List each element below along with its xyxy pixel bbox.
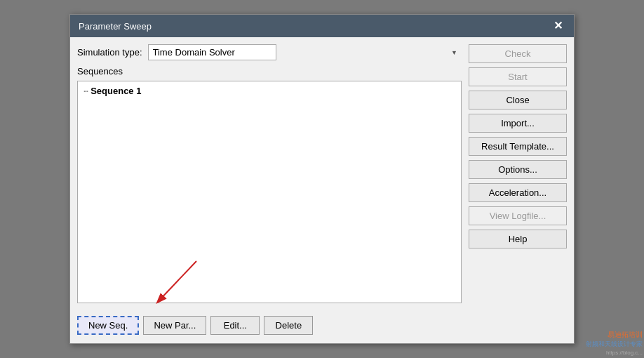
result-template-button[interactable]: Result Template... bbox=[469, 137, 567, 156]
left-panel: Simulation type: Time Domain Solver Freq… bbox=[77, 44, 462, 336]
view-logfile-button[interactable]: View Logfile... bbox=[469, 206, 567, 225]
sim-type-select-wrapper: Time Domain Solver Frequency Domain Solv… bbox=[148, 44, 462, 60]
import-button[interactable]: Import... bbox=[469, 114, 567, 133]
sequences-list[interactable]: ··· Sequence 1 bbox=[77, 81, 462, 303]
new-par-button[interactable]: New Par... bbox=[143, 316, 206, 335]
acceleration-button[interactable]: Acceleration... bbox=[469, 183, 567, 202]
sequences-area: ··· Sequence 1 bbox=[77, 81, 462, 303]
help-button[interactable]: Help bbox=[469, 230, 567, 248]
dialog-title: Parameter Sweep bbox=[79, 21, 152, 32]
edit-button[interactable]: Edit... bbox=[210, 316, 260, 335]
sequence-item[interactable]: ··· Sequence 1 bbox=[81, 84, 458, 98]
sim-type-label: Simulation type: bbox=[77, 47, 142, 58]
sim-type-row: Simulation type: Time Domain Solver Freq… bbox=[77, 44, 462, 60]
right-panel: Check Start Close Import... Result Templ… bbox=[469, 44, 567, 336]
watermark-cn: 易迪拓培训 bbox=[586, 330, 643, 340]
bottom-buttons-row: New Seq. New Par... Edit... Delete bbox=[77, 313, 462, 336]
dialog-body: Simulation type: Time Domain Solver Freq… bbox=[70, 37, 574, 343]
watermark: 易迪拓培训 射频和天线设计专家 https://blog.c... bbox=[586, 330, 643, 357]
sequence-name: Sequence 1 bbox=[90, 86, 141, 96]
sequences-label: Sequences bbox=[77, 66, 462, 77]
start-button[interactable]: Start bbox=[469, 67, 567, 86]
delete-button[interactable]: Delete bbox=[264, 316, 313, 335]
watermark-url: https://blog.c... bbox=[586, 349, 643, 357]
seq-dots: ··· bbox=[83, 87, 88, 95]
watermark-en: 射频和天线设计专家 bbox=[586, 340, 643, 349]
sim-type-select[interactable]: Time Domain Solver Frequency Domain Solv… bbox=[148, 44, 276, 60]
parameter-sweep-dialog: Parameter Sweep ✕ Simulation type: Time … bbox=[69, 14, 575, 344]
check-button[interactable]: Check bbox=[469, 44, 567, 63]
title-bar: Parameter Sweep ✕ bbox=[70, 15, 574, 37]
close-icon[interactable]: ✕ bbox=[551, 20, 565, 32]
options-button[interactable]: Options... bbox=[469, 160, 567, 179]
new-seq-button[interactable]: New Seq. bbox=[77, 316, 139, 335]
close-dialog-button[interactable]: Close bbox=[469, 91, 567, 110]
